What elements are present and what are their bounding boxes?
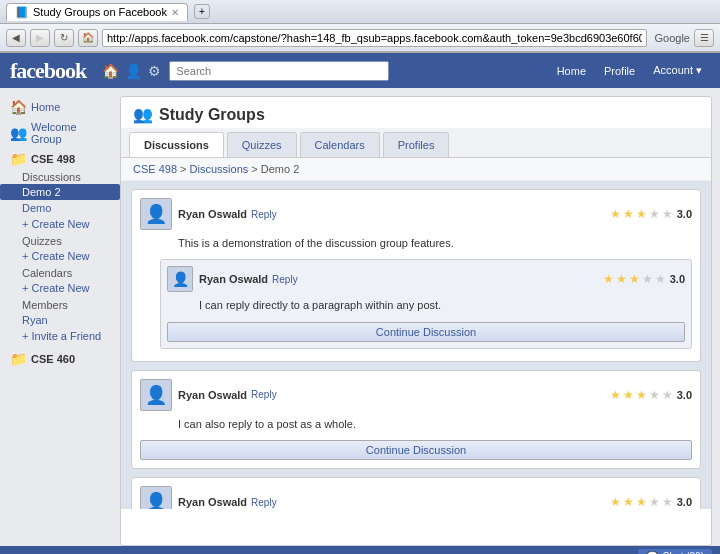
post-1-avatar-icon: 👤 (145, 203, 167, 225)
post-2-rating: 3.0 (677, 389, 692, 401)
sidebar-invite-friend[interactable]: + Invite a Friend (0, 328, 120, 344)
sidebar-item-home[interactable]: 🏠 Home (0, 96, 120, 118)
forward-button[interactable]: ▶ (30, 29, 50, 47)
star-1: ★ (610, 207, 621, 221)
post-2-body: I can also reply to a post as a whole. (140, 415, 692, 436)
page-title: Study Groups (159, 106, 265, 124)
breadcrumb-discussions[interactable]: Discussions (190, 163, 249, 175)
tab-profiles[interactable]: Profiles (383, 132, 450, 157)
post-1-author: Ryan Oswald (178, 208, 247, 220)
sidebar-home-label: Home (31, 101, 60, 113)
tab-discussions[interactable]: Discussions (129, 132, 224, 157)
sidebar-cse460-section[interactable]: 📁 CSE 460 (0, 348, 120, 368)
nav-home-button[interactable]: Home (549, 60, 594, 81)
quizzes-label: Quizzes (22, 235, 62, 247)
post-3-avatar-icon: 👤 (145, 491, 167, 509)
tabs-bar: Discussions Quizzes Calendars Profiles (121, 128, 711, 158)
post-1-meta: Ryan Oswald Reply (178, 208, 604, 220)
welcome-group-icon: 👥 (10, 125, 27, 141)
address-bar[interactable] (102, 29, 647, 47)
star-4: ★ (649, 207, 660, 221)
post-3-stars: ★ ★ ★ ★ ★ 3.0 (610, 495, 692, 509)
reply-1-avatar-icon: 👤 (172, 271, 189, 287)
breadcrumb: CSE 498 > Discussions > Demo 2 (121, 158, 711, 181)
tab-close-btn[interactable]: ✕ (171, 7, 179, 18)
sidebar-create-calendar[interactable]: + Create New (0, 280, 120, 296)
search-box (169, 61, 389, 81)
reply-1-stars: ★ ★ ★ ★ ★ 3.0 (603, 272, 685, 286)
post-2-avatar: 👤 (140, 379, 172, 411)
calendars-label: Calendars (22, 267, 72, 279)
post-2-stars: ★ ★ ★ ★ ★ 3.0 (610, 388, 692, 402)
sidebar-create-discussion[interactable]: + Create New (0, 216, 120, 232)
post-2-reply-link[interactable]: Reply (251, 389, 277, 400)
post-3-reply-link[interactable]: Reply (251, 497, 277, 508)
fb-settings-icon[interactable]: ⚙ (148, 63, 161, 79)
sidebar-cse460-label: CSE 460 (31, 353, 75, 365)
post-3-avatar: 👤 (140, 486, 172, 509)
search-input[interactable] (169, 61, 389, 81)
reload-button[interactable]: ↻ (54, 29, 74, 47)
browser-toolbar: ◀ ▶ ↻ 🏠 Google ☰ (0, 24, 720, 52)
breadcrumb-demo2: Demo 2 (261, 163, 300, 175)
nav-profile-button[interactable]: Profile (596, 60, 643, 81)
sidebar-demo[interactable]: Demo (0, 200, 120, 216)
fb-home-icon[interactable]: 🏠 (102, 63, 119, 79)
post-2-header: 👤 Ryan Oswald Reply ★ ★ ★ ★ ★ 3.0 (140, 379, 692, 411)
fb-nav: Home Profile Account ▾ (549, 60, 710, 81)
star-5: ★ (662, 207, 673, 221)
sidebar-member-ryan[interactable]: Ryan (0, 312, 120, 328)
post-1-stars: ★ ★ ★ ★ ★ 3.0 (610, 207, 692, 221)
browser-chrome: 📘 Study Groups on Facebook ✕ + ◀ ▶ ↻ 🏠 G… (0, 0, 720, 53)
post-1: 👤 Ryan Oswald Reply ★ ★ ★ ★ ★ 3.0 (131, 189, 701, 362)
tab-calendars[interactable]: Calendars (300, 132, 380, 157)
home-icon: 🏠 (10, 99, 27, 115)
sidebar-demo2[interactable]: Demo 2 (0, 184, 120, 200)
star-3: ★ (636, 207, 647, 221)
reply-1-body: I can reply directly to a paragraph with… (167, 296, 685, 317)
breadcrumb-sep2: > (251, 163, 260, 175)
tab-favicon: 📘 (15, 6, 29, 19)
facebook-header: facebook 🏠 👤 ⚙ Home Profile Account ▾ (0, 53, 720, 88)
browser-menu-button[interactable]: ☰ (694, 29, 714, 47)
post-1-reply-link[interactable]: Reply (251, 209, 277, 220)
reply-1-header: 👤 Ryan Oswald Reply ★ ★ ★ ★ ★ 3.0 (167, 266, 685, 292)
facebook-logo: facebook (10, 58, 86, 84)
page-title-row: 👥 Study Groups (121, 97, 711, 128)
post-1-header: 👤 Ryan Oswald Reply ★ ★ ★ ★ ★ 3.0 (140, 198, 692, 230)
page-title-icon: 👥 (133, 105, 153, 124)
post-2-avatar-icon: 👤 (145, 384, 167, 406)
fb-user-icon[interactable]: 👤 (125, 63, 142, 79)
tab-quizzes[interactable]: Quizzes (227, 132, 297, 157)
chat-button[interactable]: 💬 Chat (20) (638, 549, 712, 555)
home-button[interactable]: 🏠 (78, 29, 98, 47)
reply-1-continue-btn[interactable]: Continue Discussion (167, 322, 685, 342)
post-2-continue-btn[interactable]: Continue Discussion (140, 440, 692, 460)
reply-1-meta: Ryan Oswald Reply (199, 273, 597, 285)
sidebar-discussions-header: Discussions (0, 168, 120, 184)
content-area: 👥 Study Groups Discussions Quizzes Calen… (120, 96, 712, 546)
reply-1-reply-link[interactable]: Reply (272, 274, 298, 285)
cse460-icon: 📁 (10, 351, 27, 367)
star-2: ★ (623, 207, 634, 221)
new-tab-button[interactable]: + (194, 4, 210, 19)
sidebar-cse498-section[interactable]: 📁 CSE 498 (0, 148, 120, 168)
back-button[interactable]: ◀ (6, 29, 26, 47)
chat-bar: 💬 Chat (20) (0, 546, 720, 554)
sidebar-item-welcome-group[interactable]: 👥 Welcome Group (0, 118, 120, 148)
post-3-rating: 3.0 (677, 496, 692, 508)
post-1-body: This is a demonstration of the discussio… (140, 234, 692, 255)
breadcrumb-cse498[interactable]: CSE 498 (133, 163, 177, 175)
active-tab[interactable]: 📘 Study Groups on Facebook ✕ (6, 3, 188, 21)
reply-1-rating: 3.0 (670, 273, 685, 285)
sidebar: 🏠 Home 👥 Welcome Group 📁 CSE 498 Discuss… (0, 88, 120, 546)
main-layout: 🏠 Home 👥 Welcome Group 📁 CSE 498 Discuss… (0, 88, 720, 546)
post-2: 👤 Ryan Oswald Reply ★ ★ ★ ★ ★ 3.0 (131, 370, 701, 469)
post-1-avatar: 👤 (140, 198, 172, 230)
post-2-meta: Ryan Oswald Reply (178, 389, 604, 401)
post-3-author: Ryan Oswald (178, 496, 247, 508)
post-1-reply-1: 👤 Ryan Oswald Reply ★ ★ ★ ★ ★ 3.0 (160, 259, 692, 348)
sidebar-create-quiz[interactable]: + Create New (0, 248, 120, 264)
chat-label: Chat (20) (662, 551, 704, 555)
nav-account-button[interactable]: Account ▾ (645, 60, 710, 81)
